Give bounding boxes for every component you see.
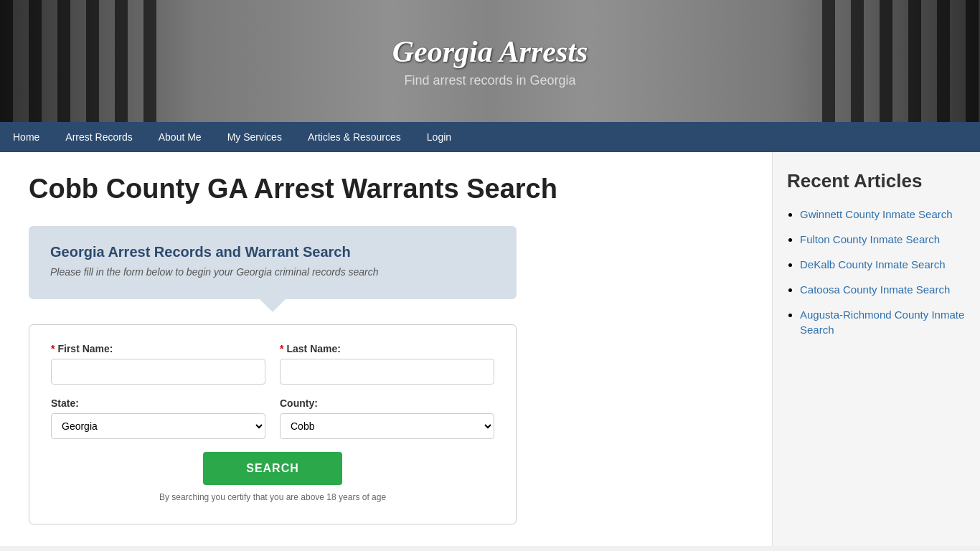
first-name-required-star: * bbox=[51, 343, 55, 354]
search-button[interactable]: SEARCH bbox=[203, 452, 342, 485]
county-label: County: bbox=[280, 397, 494, 409]
list-item: Catoosa County Inmate Search bbox=[800, 282, 966, 297]
county-select[interactable]: Cobb bbox=[280, 413, 494, 439]
site-title: Georgia Arrests bbox=[392, 34, 588, 69]
main-nav: Home Arrest Records About Me My Services… bbox=[0, 122, 980, 152]
last-name-label: *Last Name: bbox=[280, 343, 494, 354]
nav-articles-resources[interactable]: Articles & Resources bbox=[295, 122, 414, 152]
sidebar-link-dekalb[interactable]: DeKalb County Inmate Search bbox=[800, 258, 946, 270]
sidebar-links-list: Gwinnett County Inmate Search Fulton Cou… bbox=[787, 207, 966, 337]
nav-arrest-records[interactable]: Arrest Records bbox=[52, 122, 145, 152]
last-name-group: *Last Name: bbox=[280, 343, 494, 385]
last-name-input[interactable] bbox=[280, 359, 494, 385]
search-btn-row: SEARCH By searching you certify that you… bbox=[51, 452, 494, 502]
first-name-group: *First Name: bbox=[51, 343, 265, 385]
county-group: County: Cobb bbox=[280, 397, 494, 439]
sidebar-title: Recent Articles bbox=[787, 170, 966, 192]
sidebar-link-catoosa[interactable]: Catoosa County Inmate Search bbox=[800, 283, 950, 296]
list-item: DeKalb County Inmate Search bbox=[800, 257, 966, 272]
first-name-input[interactable] bbox=[51, 359, 265, 385]
list-item: Gwinnett County Inmate Search bbox=[800, 207, 966, 222]
form-card-subtitle: Please fill in the form below to begin y… bbox=[50, 266, 495, 278]
sidebar: Recent Articles Gwinnett County Inmate S… bbox=[772, 152, 980, 546]
form-card-title: Georgia Arrest Records and Warrant Searc… bbox=[50, 244, 495, 260]
site-header: Georgia Arrests Find arrest records in G… bbox=[0, 0, 980, 122]
state-group: State: Georgia bbox=[51, 397, 265, 439]
search-box: *First Name: *Last Name: State: Georgia bbox=[29, 324, 517, 524]
last-name-required-star: * bbox=[280, 343, 283, 354]
sidebar-link-fulton[interactable]: Fulton County Inmate Search bbox=[800, 233, 940, 245]
nav-my-services[interactable]: My Services bbox=[215, 122, 295, 152]
sidebar-link-augusta[interactable]: Augusta-Richmond County Inmate Search bbox=[800, 309, 964, 336]
first-name-label: *First Name: bbox=[51, 343, 265, 354]
list-item: Augusta-Richmond County Inmate Search bbox=[800, 307, 966, 337]
header-text-block: Georgia Arrests Find arrest records in G… bbox=[392, 34, 588, 88]
state-label: State: bbox=[51, 397, 265, 409]
name-row: *First Name: *Last Name: bbox=[51, 343, 494, 385]
certify-text: By searching you certify that you are ab… bbox=[159, 492, 386, 502]
page-wrapper: Cobb County GA Arrest Warrants Search Ge… bbox=[0, 152, 980, 546]
bars-right-decoration bbox=[822, 0, 980, 122]
nav-login[interactable]: Login bbox=[414, 122, 464, 152]
sidebar-link-gwinnett[interactable]: Gwinnett County Inmate Search bbox=[800, 208, 953, 220]
main-content: Cobb County GA Arrest Warrants Search Ge… bbox=[0, 152, 772, 546]
state-select[interactable]: Georgia bbox=[51, 413, 265, 439]
location-row: State: Georgia County: Cobb bbox=[51, 397, 494, 439]
page-title: Cobb County GA Arrest Warrants Search bbox=[29, 174, 743, 204]
nav-home[interactable]: Home bbox=[0, 122, 52, 152]
nav-about-me[interactable]: About Me bbox=[146, 122, 215, 152]
site-subtitle: Find arrest records in Georgia bbox=[392, 73, 588, 88]
list-item: Fulton County Inmate Search bbox=[800, 232, 966, 247]
form-card: Georgia Arrest Records and Warrant Searc… bbox=[29, 226, 517, 299]
bars-left-decoration bbox=[0, 0, 158, 122]
